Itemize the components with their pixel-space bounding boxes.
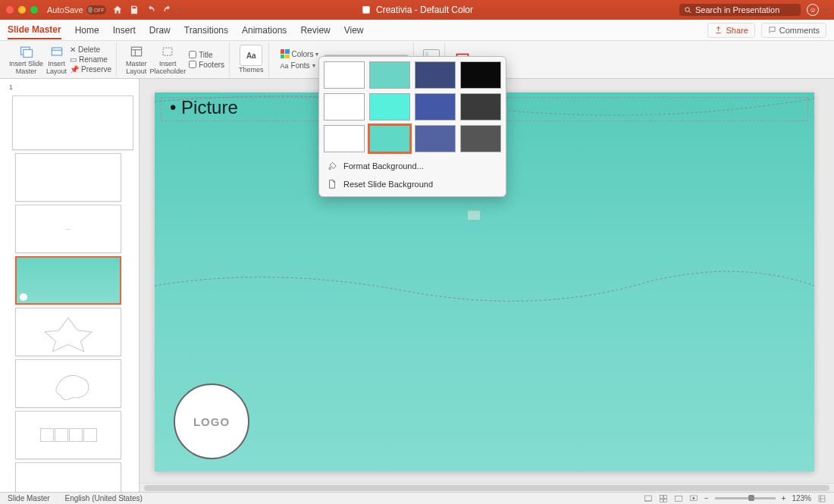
share-button[interactable]: Share: [707, 23, 754, 38]
fit-icon[interactable]: [817, 494, 826, 503]
normal-view-icon[interactable]: [644, 494, 653, 503]
master-layout-button[interactable]: Master Layout: [126, 43, 147, 76]
close-window[interactable]: [6, 6, 14, 14]
svg-rect-5: [131, 47, 141, 56]
slideshow-icon[interactable]: [689, 494, 698, 503]
zoom-in[interactable]: +: [782, 494, 786, 502]
page-icon: [327, 179, 337, 189]
background-style-swatch-3[interactable]: [460, 61, 501, 89]
autosave-toggle[interactable]: AutoSave OFF: [47, 5, 106, 14]
layout-thumb-1[interactable]: [15, 153, 121, 202]
background-style-swatch-6[interactable]: [415, 93, 456, 121]
redo-icon[interactable]: [162, 5, 173, 15]
account-menu[interactable]: ▾: [825, 7, 828, 14]
background-style-swatch-1[interactable]: [369, 61, 410, 89]
background-style-swatch-0[interactable]: [324, 61, 365, 89]
home-icon[interactable]: [112, 5, 123, 15]
maximize-window[interactable]: [30, 6, 38, 14]
svg-marker-9: [45, 318, 92, 351]
insert-slide-master-button[interactable]: Insert Slide Master: [9, 43, 43, 76]
background-style-swatch-10[interactable]: [415, 125, 456, 152]
save-icon[interactable]: [129, 5, 140, 15]
window-controls[interactable]: [6, 6, 38, 14]
reset-background-item[interactable]: Reset Slide Background: [319, 175, 506, 193]
svg-rect-13: [660, 499, 663, 502]
autosave-label: AutoSave: [47, 5, 83, 14]
layout-thumb-3[interactable]: [15, 256, 121, 305]
svg-point-1: [685, 7, 690, 11]
fonts-dropdown[interactable]: AaFonts▾: [278, 61, 321, 70]
svg-rect-14: [663, 499, 666, 502]
master-thumb[interactable]: [12, 95, 133, 150]
minimize-window[interactable]: [18, 6, 26, 14]
search-input[interactable]: Search in Presentation: [679, 4, 801, 16]
account-icon[interactable]: ☺: [807, 4, 819, 16]
zoom-slider[interactable]: [715, 497, 776, 499]
layout-thumb-4[interactable]: [15, 308, 121, 356]
insert-layout-button[interactable]: Insert Layout: [46, 43, 67, 76]
svg-rect-11: [660, 495, 663, 498]
svg-rect-10: [644, 496, 651, 501]
svg-rect-4: [52, 48, 61, 55]
tab-draw[interactable]: Draw: [149, 25, 171, 36]
undo-icon[interactable]: [146, 5, 156, 15]
layout-thumb-2[interactable]: —: [15, 205, 121, 253]
horizontal-scrollbar[interactable]: [140, 483, 834, 492]
tab-home[interactable]: Home: [75, 25, 99, 36]
comments-button[interactable]: Comments: [761, 23, 826, 38]
status-bar: Slide Master English (United States) − +…: [0, 492, 834, 504]
status-language[interactable]: English (United States): [65, 494, 143, 502]
background-style-swatch-8[interactable]: [324, 125, 365, 152]
picture-placeholder-icon[interactable]: [467, 210, 481, 221]
document-title: Creativia - Default Color: [361, 5, 473, 15]
qat-more[interactable]: ▾: [179, 7, 182, 14]
ribbon-tabs: Slide Master Home Insert Draw Transition…: [0, 20, 834, 41]
sorter-view-icon[interactable]: [659, 494, 668, 503]
layout-thumb-5[interactable]: [15, 359, 121, 408]
preserve-button[interactable]: 📌Preserve: [70, 65, 111, 74]
tab-insert[interactable]: Insert: [113, 25, 136, 36]
zoom-out[interactable]: −: [704, 494, 709, 502]
tab-view[interactable]: View: [344, 25, 364, 36]
svg-rect-12: [663, 495, 666, 498]
format-background-item[interactable]: Format Background...: [319, 157, 506, 175]
insert-placeholder-button[interactable]: Insert Placeholder: [150, 43, 187, 76]
tab-slide-master[interactable]: Slide Master: [8, 24, 61, 39]
title-checkbox[interactable]: Title: [189, 51, 224, 59]
status-mode: Slide Master: [8, 494, 50, 502]
rename-button[interactable]: ▭Rename: [70, 55, 111, 64]
app-icon: [361, 5, 372, 15]
background-style-swatch-4[interactable]: [324, 93, 365, 121]
background-styles-popover: Format Background... Reset Slide Backgro…: [318, 56, 506, 197]
background-style-swatch-7[interactable]: [460, 93, 501, 121]
master-number: 1: [9, 83, 13, 91]
background-style-swatch-5[interactable]: [369, 93, 410, 121]
thumbnail-panel[interactable]: 1 —: [0, 79, 140, 492]
svg-rect-6: [164, 48, 173, 55]
layout-thumb-6[interactable]: [15, 411, 121, 459]
zoom-level[interactable]: 123%: [792, 494, 811, 502]
themes-button[interactable]: Aa Themes: [239, 45, 264, 74]
search-placeholder: Search in Presentation: [695, 5, 779, 14]
tab-animations[interactable]: Animations: [242, 25, 287, 36]
tab-review[interactable]: Review: [300, 25, 330, 36]
background-style-swatch-2[interactable]: [415, 61, 456, 89]
share-icon: [714, 26, 723, 34]
logo-placeholder[interactable]: LOGO: [174, 383, 249, 459]
bucket-icon: [327, 161, 337, 171]
svg-rect-0: [362, 6, 369, 13]
layout-thumb-7[interactable]: [15, 462, 121, 492]
background-style-swatch-11[interactable]: [460, 125, 501, 152]
title-bar: AutoSave OFF ▾ Creativia - Default Color…: [0, 0, 834, 20]
colors-dropdown[interactable]: Colors▾: [278, 49, 321, 59]
svg-rect-3: [23, 50, 32, 58]
tab-transitions[interactable]: Transitions: [184, 25, 228, 36]
svg-rect-15: [675, 496, 682, 501]
background-style-swatch-9[interactable]: [369, 125, 410, 152]
delete-button[interactable]: ✕Delete: [70, 45, 111, 54]
autosave-state: OFF: [94, 8, 105, 13]
comment-icon: [768, 26, 776, 34]
search-icon: [684, 6, 692, 14]
footers-checkbox[interactable]: Footers: [189, 61, 224, 69]
reading-view-icon[interactable]: [674, 494, 683, 503]
